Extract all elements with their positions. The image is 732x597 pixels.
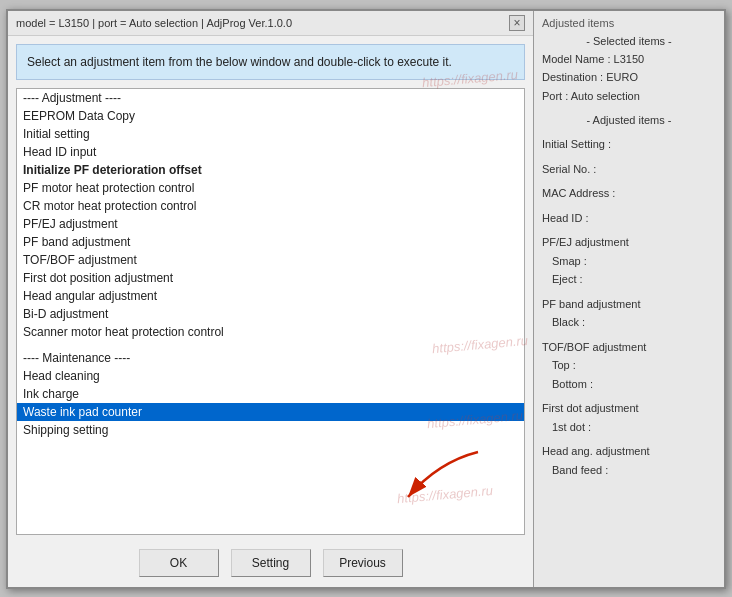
right-panel: Adjusted items - Selected items - Model …	[534, 11, 724, 587]
list-item[interactable]: Initial setting	[17, 125, 524, 143]
right-model: Model Name : L3150	[542, 51, 716, 68]
list-item[interactable]: Head ID input	[17, 143, 524, 161]
list-item[interactable]: Initialize PF deterioration offset	[17, 161, 524, 179]
right-initial-setting: Initial Setting :	[542, 136, 716, 153]
right-head-id: Head ID :	[542, 210, 716, 227]
left-panel: model = L3150 | port = Auto selection | …	[8, 11, 534, 587]
right-tofbof-label: TOF/BOF adjustment	[542, 339, 716, 356]
adjusted-items-header: - Adjusted items -	[542, 114, 716, 126]
right-pfej-eject: Eject :	[542, 271, 716, 288]
right-serial-no: Serial No. :	[542, 161, 716, 178]
title-text: model = L3150 | port = Auto selection | …	[16, 17, 292, 29]
instruction-text: Select an adjustment item from the below…	[27, 55, 452, 69]
right-firstdot-label: First dot adjustment	[542, 400, 716, 417]
right-destination: Destination : EURO	[542, 69, 716, 86]
list-item[interactable]: TOF/BOF adjustment	[17, 251, 524, 269]
list-item[interactable]: Head cleaning	[17, 367, 524, 385]
list-item[interactable]: Bi-D adjustment	[17, 305, 524, 323]
list-item[interactable]: ---- Adjustment ----	[17, 89, 524, 107]
right-firstdot-1stdot: 1st dot :	[542, 419, 716, 436]
right-headang-bandfeed: Band feed :	[542, 462, 716, 479]
right-panel-title: Adjusted items	[542, 17, 716, 29]
list-item[interactable]: PF band adjustment	[17, 233, 524, 251]
right-pfband-black: Black :	[542, 314, 716, 331]
list-item[interactable]: PF motor heat protection control	[17, 179, 524, 197]
list-item[interactable]: Shipping setting	[17, 421, 524, 439]
instruction-box: Select an adjustment item from the below…	[16, 44, 525, 80]
ok-button[interactable]: OK	[139, 549, 219, 577]
right-pfej-smap: Smap :	[542, 253, 716, 270]
right-mac-address: MAC Address :	[542, 185, 716, 202]
right-tofbof-top: Top :	[542, 357, 716, 374]
adjustment-list[interactable]: ---- Adjustment ----EEPROM Data CopyInit…	[16, 88, 525, 535]
right-headang-label: Head ang. adjustment	[542, 443, 716, 460]
main-dialog: model = L3150 | port = Auto selection | …	[6, 9, 726, 589]
selected-items-header: - Selected items -	[542, 35, 716, 47]
list-spacer	[17, 341, 524, 349]
list-item[interactable]: Ink charge	[17, 385, 524, 403]
button-row: OK Setting Previous	[8, 543, 533, 587]
right-port: Port : Auto selection	[542, 88, 716, 105]
previous-button[interactable]: Previous	[323, 549, 403, 577]
right-pfband-label: PF band adjustment	[542, 296, 716, 313]
list-item[interactable]: Head angular adjustment	[17, 287, 524, 305]
close-button[interactable]: ×	[509, 15, 525, 31]
list-item[interactable]: PF/EJ adjustment	[17, 215, 524, 233]
sep1	[542, 106, 716, 112]
right-tofbof-bottom: Bottom :	[542, 376, 716, 393]
setting-button[interactable]: Setting	[231, 549, 311, 577]
list-item[interactable]: Waste ink pad counter	[17, 403, 524, 421]
list-item[interactable]: CR motor heat protection control	[17, 197, 524, 215]
right-pfej-label: PF/EJ adjustment	[542, 234, 716, 251]
list-item[interactable]: EEPROM Data Copy	[17, 107, 524, 125]
title-bar: model = L3150 | port = Auto selection | …	[8, 11, 533, 36]
list-item[interactable]: ---- Maintenance ----	[17, 349, 524, 367]
list-item[interactable]: First dot position adjustment	[17, 269, 524, 287]
list-item[interactable]: Scanner motor heat protection control	[17, 323, 524, 341]
